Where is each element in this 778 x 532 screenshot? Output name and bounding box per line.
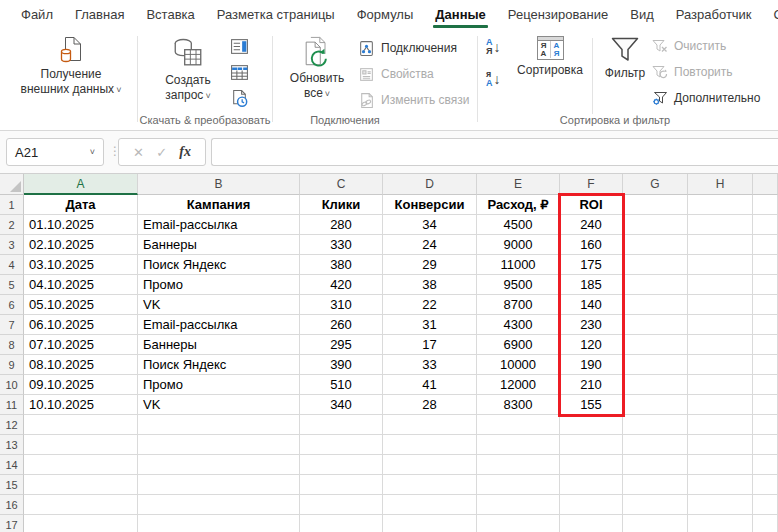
cell-H10[interactable] — [688, 375, 753, 395]
cell-E6[interactable]: 8700 — [477, 295, 560, 315]
cell-B15[interactable] — [138, 475, 300, 495]
cell-A4[interactable]: 03.10.2025 — [24, 255, 138, 275]
cell-F8[interactable]: 120 — [560, 335, 623, 355]
cell-H7[interactable] — [688, 315, 753, 335]
cell-H15[interactable] — [688, 475, 753, 495]
cell-E3[interactable]: 9000 — [477, 235, 560, 255]
sort-button[interactable]: ЯА АЯ Сортировка — [512, 32, 588, 78]
cell-B4[interactable]: Поиск Яндекс — [138, 255, 300, 275]
cell-A7[interactable]: 06.10.2025 — [24, 315, 138, 335]
cell-D1[interactable]: Конверсии — [383, 195, 477, 215]
cell-G7[interactable] — [623, 315, 688, 335]
formula-input[interactable] — [211, 138, 778, 166]
cell-I9[interactable] — [753, 355, 778, 375]
cell-G11[interactable] — [623, 395, 688, 415]
cell-A11[interactable]: 10.10.2025 — [24, 395, 138, 415]
cell-D13[interactable] — [383, 435, 477, 455]
new-query-button[interactable]: Создать запрос˅ — [148, 32, 228, 104]
recent-sources-button[interactable] — [228, 87, 250, 109]
cell-H4[interactable] — [688, 255, 753, 275]
column-header-C[interactable]: C — [300, 174, 383, 195]
cell-F9[interactable]: 190 — [560, 355, 623, 375]
edit-links-button[interactable]: Изменить связи — [358, 90, 469, 110]
row-header-14[interactable]: 14 — [0, 455, 24, 475]
cell-D17[interactable] — [383, 515, 477, 532]
cell-B3[interactable]: Баннеры — [138, 235, 300, 255]
cell-H12[interactable] — [688, 415, 753, 435]
cell-G15[interactable] — [623, 475, 688, 495]
cell-E1[interactable]: Расход, ₽ — [477, 195, 560, 215]
cell-B7[interactable]: Email-рассылка — [138, 315, 300, 335]
sort-descending-button[interactable]: яА ↓ — [486, 70, 501, 88]
cell-H3[interactable] — [688, 235, 753, 255]
cell-D6[interactable]: 22 — [383, 295, 477, 315]
cell-D4[interactable]: 29 — [383, 255, 477, 275]
cell-A13[interactable] — [24, 435, 138, 455]
cell-G2[interactable] — [623, 215, 688, 235]
cell-F14[interactable] — [560, 455, 623, 475]
row-header-10[interactable]: 10 — [0, 375, 24, 395]
cell-G13[interactable] — [623, 435, 688, 455]
cell-A16[interactable] — [24, 495, 138, 515]
row-header-3[interactable]: 3 — [0, 235, 24, 255]
cell-E7[interactable]: 4300 — [477, 315, 560, 335]
ribbon-tab-Разработчик[interactable]: Разработчик — [665, 0, 763, 28]
cell-F3[interactable]: 160 — [560, 235, 623, 255]
cell-I6[interactable] — [753, 295, 778, 315]
cell-G6[interactable] — [623, 295, 688, 315]
cell-H2[interactable] — [688, 215, 753, 235]
column-header-D[interactable]: D — [383, 174, 477, 195]
cell-D3[interactable]: 24 — [383, 235, 477, 255]
cell-G8[interactable] — [623, 335, 688, 355]
cell-F5[interactable]: 185 — [560, 275, 623, 295]
advanced-filter-button[interactable]: Дополнительно — [652, 88, 760, 108]
cell-I17[interactable] — [753, 515, 778, 532]
cell-D16[interactable] — [383, 495, 477, 515]
cell-E14[interactable] — [477, 455, 560, 475]
cell-B6[interactable]: VK — [138, 295, 300, 315]
cell-C9[interactable]: 390 — [300, 355, 383, 375]
select-all-button[interactable] — [0, 174, 24, 195]
cell-C2[interactable]: 280 — [300, 215, 383, 235]
cell-E5[interactable]: 9500 — [477, 275, 560, 295]
cell-F13[interactable] — [560, 435, 623, 455]
cell-E12[interactable] — [477, 415, 560, 435]
cell-I14[interactable] — [753, 455, 778, 475]
cell-G10[interactable] — [623, 375, 688, 395]
connections-button[interactable]: Подключения — [358, 38, 457, 58]
properties-button[interactable]: Свойства — [358, 64, 434, 84]
row-header-15[interactable]: 15 — [0, 475, 24, 495]
cell-I13[interactable] — [753, 435, 778, 455]
ribbon-tab-Главная[interactable]: Главная — [64, 0, 135, 28]
ribbon-tab-Справка[interactable]: Справка — [763, 0, 778, 28]
cell-F10[interactable]: 210 — [560, 375, 623, 395]
cell-H5[interactable] — [688, 275, 753, 295]
ribbon-tab-Формулы[interactable]: Формулы — [346, 0, 425, 28]
cell-C14[interactable] — [300, 455, 383, 475]
cell-I11[interactable] — [753, 395, 778, 415]
cell-A17[interactable] — [24, 515, 138, 532]
cell-I2[interactable] — [753, 215, 778, 235]
column-header-A[interactable]: A — [24, 174, 138, 195]
from-table-button[interactable] — [228, 61, 250, 83]
reapply-filter-button[interactable]: Повторить — [652, 62, 733, 82]
cell-F1[interactable]: ROI — [560, 195, 623, 215]
cell-H9[interactable] — [688, 355, 753, 375]
cell-I15[interactable] — [753, 475, 778, 495]
cell-B10[interactable]: Промо — [138, 375, 300, 395]
cell-F17[interactable] — [560, 515, 623, 532]
ribbon-tab-Вид[interactable]: Вид — [619, 0, 665, 28]
cell-E8[interactable]: 6900 — [477, 335, 560, 355]
cell-B13[interactable] — [138, 435, 300, 455]
cell-I8[interactable] — [753, 335, 778, 355]
row-header-7[interactable]: 7 — [0, 315, 24, 335]
refresh-all-button[interactable]: Обновить все˅ — [281, 32, 353, 102]
cell-G17[interactable] — [623, 515, 688, 532]
cell-D9[interactable]: 33 — [383, 355, 477, 375]
cell-I7[interactable] — [753, 315, 778, 335]
cell-I4[interactable] — [753, 255, 778, 275]
cell-B9[interactable]: Поиск Яндекс — [138, 355, 300, 375]
cell-E4[interactable]: 11000 — [477, 255, 560, 275]
cell-C4[interactable]: 380 — [300, 255, 383, 275]
cell-I16[interactable] — [753, 495, 778, 515]
